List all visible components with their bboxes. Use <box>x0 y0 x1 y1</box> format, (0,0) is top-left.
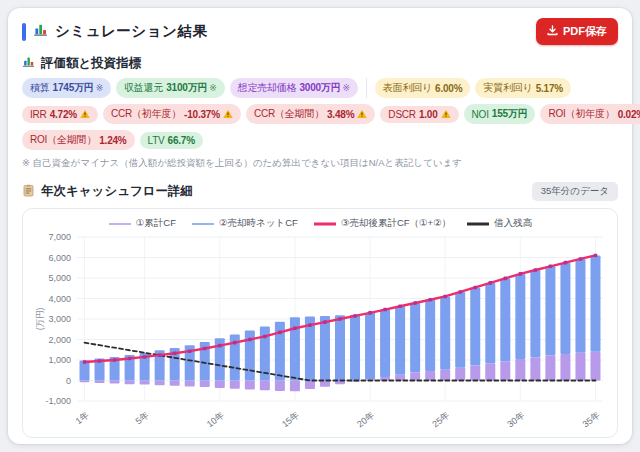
metric-value: 1745万円 <box>53 81 94 95</box>
svg-text:25年: 25年 <box>430 410 451 430</box>
metric-badge-sekisan: 積算1745万円※ <box>22 78 111 98</box>
svg-text:7,000: 7,000 <box>48 232 71 242</box>
metric-suffix: ※ <box>209 83 216 93</box>
metric-badge-dscr: DSCR1.00 <box>380 106 458 123</box>
metric-value: 155万円 <box>492 107 528 121</box>
legend-label: ③売却後累計CF（①+②） <box>341 217 451 230</box>
metric-badge-roi-zenkikan: ROI（全期間）1.24% <box>22 130 135 150</box>
svg-text:1,000: 1,000 <box>48 355 71 365</box>
metric-label: LTV <box>148 135 165 146</box>
accent-bar <box>22 23 26 41</box>
svg-text:4,000: 4,000 <box>48 294 71 304</box>
metric-value: 3000万円 <box>299 81 340 95</box>
download-icon <box>547 25 558 38</box>
chart-legend: ①累計CF②売却時ネットCF③売却後累計CF（①+②）借入残高 <box>31 217 609 230</box>
clipboard-icon <box>22 183 35 201</box>
svg-text:0: 0 <box>66 376 71 386</box>
metric-suffix: ※ <box>96 83 103 93</box>
svg-text:5,000: 5,000 <box>48 273 71 283</box>
metric-badge-hyomen-rimawari: 表面利回り6.00% <box>375 78 471 98</box>
metric-suffix: ※ <box>342 83 349 93</box>
svg-text:30年: 30年 <box>505 410 526 430</box>
metric-value: 0.02% <box>618 109 640 120</box>
warning-icon <box>80 109 90 119</box>
cashflow-section-header: 年次キャッシュフロー詳細 35年分のデータ <box>22 182 618 201</box>
metric-badge-jisshitsu-rimawari: 実質利回り5.17% <box>475 78 571 98</box>
cashflow-chart-svg: 7,0006,0005,0004,0003,0002,0001,0000-1,0… <box>31 231 611 431</box>
warning-icon <box>223 109 233 119</box>
metric-label: 積算 <box>30 81 50 95</box>
metric-badge-irr: IRR4.72% <box>22 106 98 123</box>
svg-text:(万円): (万円) <box>35 308 45 331</box>
legend-label: ①累計CF <box>136 217 176 230</box>
data-range-badge: 35年分のデータ <box>532 182 618 201</box>
page: { "header": { "title": "シミュレーション結果", "pd… <box>0 0 640 452</box>
svg-text:1年: 1年 <box>74 410 91 427</box>
metric-value: 1.00 <box>419 109 438 120</box>
metric-label: 実質利回り <box>483 81 532 95</box>
svg-text:-1,000: -1,000 <box>45 396 71 406</box>
badge-divider <box>366 78 367 98</box>
legend-item: 借入残高 <box>466 217 532 230</box>
metric-value: 1.24% <box>99 135 126 146</box>
metrics-note: ※ 自己資金がマイナス（借入額が総投資額を上回る）のため算出できない項目はN/A… <box>22 157 618 170</box>
legend-line-swatch <box>108 220 132 228</box>
metric-badge-ltv: LTV66.7% <box>140 132 203 149</box>
metric-label: ROI（初年度） <box>548 107 614 121</box>
metric-badge-ccr-shonendo: CCR（初年度）-10.37% <box>103 104 241 124</box>
cashflow-section-title: 年次キャッシュフロー詳細 <box>41 183 193 200</box>
legend-line-swatch <box>466 220 490 228</box>
metrics-badges: 積算1745万円※収益還元3100万円※想定売却価格3000万円※表面利回り6.… <box>22 78 618 150</box>
metric-value: 5.17% <box>536 83 563 94</box>
legend-line-swatch <box>313 220 337 228</box>
metric-label: NOI <box>472 109 489 120</box>
cashflow-chart-card: ①累計CF②売却時ネットCF③売却後累計CF（①+②）借入残高 7,0006,0… <box>22 208 618 438</box>
pdf-save-label: PDF保存 <box>563 24 607 39</box>
metric-badge-baikyaku-kakaku: 想定売却価格3000万円※ <box>230 78 358 98</box>
legend-item: ③売却後累計CF（①+②） <box>313 217 451 230</box>
svg-text:35年: 35年 <box>581 410 602 430</box>
metric-badge-noi: NOI155万円 <box>464 104 536 124</box>
bar-chart-icon <box>22 54 35 72</box>
metrics-section-header: 評価額と投資指標 <box>22 54 618 72</box>
metric-value: 6.00% <box>435 83 462 94</box>
legend-item: ①累計CF <box>108 217 176 230</box>
warning-icon <box>357 109 367 119</box>
svg-text:3,000: 3,000 <box>48 314 71 324</box>
svg-text:10年: 10年 <box>205 410 226 430</box>
svg-text:15年: 15年 <box>280 410 301 430</box>
svg-text:2,000: 2,000 <box>48 335 71 345</box>
pdf-save-button[interactable]: PDF保存 <box>536 18 618 45</box>
metric-value: 4.72% <box>50 109 77 120</box>
warning-icon <box>441 109 451 119</box>
legend-line-swatch <box>191 220 215 228</box>
metric-value: 3.48% <box>327 109 354 120</box>
metric-value: -10.37% <box>184 109 220 120</box>
metric-label: DSCR <box>388 109 416 120</box>
metric-label: 収益還元 <box>124 81 163 95</box>
metrics-badge-row: IRR4.72%CCR（初年度）-10.37%CCR（全期間）3.48%DSCR… <box>22 104 618 124</box>
header: シミュレーション結果 PDF保存 <box>22 18 618 45</box>
metric-label: IRR <box>30 109 47 120</box>
metrics-badge-row: 積算1745万円※収益還元3100万円※想定売却価格3000万円※表面利回り6.… <box>22 78 618 98</box>
cashflow-chart[interactable]: 7,0006,0005,0004,0003,0002,0001,0000-1,0… <box>31 231 609 435</box>
svg-text:6,000: 6,000 <box>48 253 71 263</box>
metric-value: 66.7% <box>168 135 195 146</box>
legend-label: 借入残高 <box>494 217 532 230</box>
metric-label: CCR（全期間） <box>254 107 324 121</box>
metrics-badge-row: ROI（全期間）1.24%LTV66.7% <box>22 130 618 150</box>
svg-text:20年: 20年 <box>355 410 376 430</box>
metric-value: 3100万円 <box>166 81 207 95</box>
bar-chart-icon <box>33 22 48 41</box>
legend-item: ②売却時ネットCF <box>191 217 298 230</box>
metric-label: 表面利回り <box>383 81 432 95</box>
svg-text:5年: 5年 <box>134 410 151 427</box>
metrics-section-title: 評価額と投資指標 <box>41 55 141 72</box>
page-title: シミュレーション結果 <box>55 22 207 41</box>
metric-label: ROI（全期間） <box>30 133 96 147</box>
metric-badge-shueki-kangen: 収益還元3100万円※ <box>116 78 225 98</box>
metric-label: CCR（初年度） <box>111 107 181 121</box>
metric-badge-ccr-zenkikan: CCR（全期間）3.48% <box>246 104 375 124</box>
simulation-result-card: シミュレーション結果 PDF保存 評価額と投資指標 積算1745万円※収益還元3… <box>8 8 632 444</box>
metric-label: 想定売却価格 <box>238 81 297 95</box>
